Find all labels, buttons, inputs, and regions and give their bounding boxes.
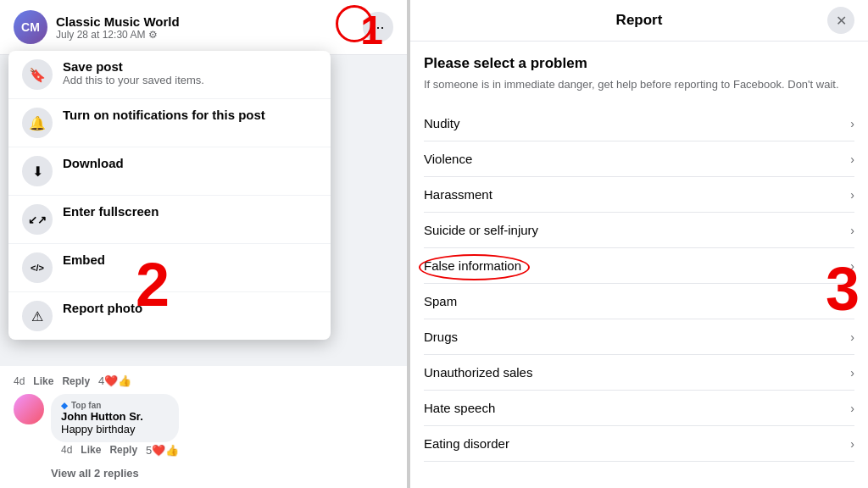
commenter-name: ◆ Top fan <box>61 401 169 410</box>
embed-text: Embed <box>63 252 105 267</box>
drugs-chevron: › <box>850 330 854 344</box>
hate-speech-chevron: › <box>850 402 854 415</box>
nudity-label: Nudity <box>424 116 460 130</box>
harassment-chevron: › <box>850 188 854 202</box>
drugs-label: Drugs <box>424 330 458 344</box>
report-option-unauthorized-sales[interactable]: Unauthorized sales › <box>424 355 854 391</box>
report-option-false-info[interactable]: False information › <box>424 248 854 284</box>
reply-btn-prev[interactable]: Reply <box>62 375 90 387</box>
comment-item: ◆ Top fan John Hutton Sr. Happy birthday… <box>14 394 393 457</box>
right-panel-wrapper: Report ✕ Please select a problem If some… <box>410 0 868 488</box>
report-text: Report photo <box>63 301 142 315</box>
embed-label: Embed <box>63 252 105 267</box>
suicide-label: Suicide or self-injury <box>424 223 538 237</box>
notifications-label: Turn on notifications for this post <box>63 108 265 122</box>
context-menu: 🔖 Save post Add this to your saved items… <box>8 51 331 340</box>
menu-item-notifications[interactable]: 🔔 Turn on notifications for this post <box>8 99 331 147</box>
report-header: Report ✕ <box>410 0 868 42</box>
download-text: Download <box>63 156 124 170</box>
page-name: Classic Music World <box>56 14 354 29</box>
report-subtitle: If someone is in immediate danger, get h… <box>424 77 854 92</box>
hate-speech-label: Hate speech <box>424 401 495 415</box>
save-post-icon: 🔖 <box>22 59 53 90</box>
violence-chevron: › <box>850 152 854 166</box>
report-title: Report <box>616 12 663 29</box>
report-prompt: Please select a problem <box>424 55 854 72</box>
report-option-drugs[interactable]: Drugs › <box>424 319 854 355</box>
spam-label: Spam <box>424 294 457 308</box>
report-option-suicide[interactable]: Suicide or self-injury › <box>424 213 854 248</box>
left-panel: CM Classic Music World July 28 at 12:30 … <box>0 0 407 488</box>
save-post-text: Save post Add this to your saved items. <box>63 59 204 86</box>
fullscreen-label: Enter fullscreen <box>63 204 159 219</box>
post-header: CM Classic Music World July 28 at 12:30 … <box>0 0 407 55</box>
notifications-text: Turn on notifications for this post <box>63 108 265 122</box>
view-replies-link[interactable]: View all 2 replies <box>51 467 393 480</box>
download-label: Download <box>63 156 124 170</box>
harassment-label: Harassment <box>424 187 492 202</box>
like-btn[interactable]: Like <box>81 444 101 457</box>
fullscreen-icon: ↙↗ <box>22 204 53 235</box>
commenter-fullname: John Hutton Sr. <box>61 410 169 423</box>
spam-chevron: › <box>850 295 854 308</box>
comment-body: ◆ Top fan John Hutton Sr. Happy birthday <box>51 394 179 442</box>
menu-item-download[interactable]: ⬇ Download <box>8 147 331 196</box>
menu-item-fullscreen[interactable]: ↙↗ Enter fullscreen <box>8 196 331 244</box>
report-dialog: Report ✕ Please select a problem If some… <box>410 0 868 488</box>
eating-disorder-label: Eating disorder <box>424 436 509 451</box>
page-avatar: CM <box>14 10 47 44</box>
report-option-spam[interactable]: Spam › <box>424 284 854 319</box>
report-label: Report photo <box>63 301 142 315</box>
post-info: Classic Music World July 28 at 12:30 AM … <box>56 14 354 41</box>
false-info-chevron: › <box>850 259 854 273</box>
three-dots-button[interactable]: ··· <box>363 12 393 42</box>
like-btn-prev[interactable]: Like <box>33 375 53 387</box>
fullscreen-text: Enter fullscreen <box>63 204 159 219</box>
suicide-chevron: › <box>850 224 854 237</box>
report-body: Please select a problem If someone is in… <box>410 42 868 475</box>
close-button[interactable]: ✕ <box>827 7 854 34</box>
comment-text: Happy birthday <box>61 423 169 435</box>
violence-label: Violence <box>424 152 472 166</box>
false-info-label: False information <box>424 258 521 273</box>
eating-disorder-chevron: › <box>850 437 854 451</box>
download-icon: ⬇ <box>22 156 53 186</box>
save-post-sublabel: Add this to your saved items. <box>63 74 204 86</box>
false-info-highlight: False information <box>424 258 521 273</box>
notifications-icon: 🔔 <box>22 108 53 138</box>
comment-meta: 4d Like Reply 5❤️👍 <box>51 442 179 457</box>
report-option-eating-disorder[interactable]: Eating disorder › <box>424 426 854 462</box>
report-option-hate-speech[interactable]: Hate speech › <box>424 391 854 426</box>
unauthorized-sales-label: Unauthorized sales <box>424 365 532 380</box>
post-meta: July 28 at 12:30 AM ⚙ <box>56 29 354 41</box>
gear-icon[interactable]: ⚙ <box>148 29 158 41</box>
report-option-violence[interactable]: Violence › <box>424 141 854 177</box>
embed-icon: </> <box>22 252 53 283</box>
menu-item-report-photo[interactable]: ⚠ Report photo <box>8 292 331 340</box>
reply-btn[interactable]: Reply <box>109 444 137 457</box>
save-post-label: Save post <box>63 59 204 74</box>
report-icon: ⚠ <box>22 301 53 331</box>
unauthorized-sales-chevron: › <box>850 366 854 380</box>
report-option-nudity[interactable]: Nudity › <box>424 106 854 141</box>
top-fan-label: Top fan <box>71 401 101 410</box>
menu-item-save-post[interactable]: 🔖 Save post Add this to your saved items… <box>8 51 331 99</box>
comments-area: 4d Like Reply 4❤️👍 ◆ Top fan John Hutton… <box>0 359 407 488</box>
report-option-harassment[interactable]: Harassment › <box>424 177 854 213</box>
nudity-chevron: › <box>850 117 854 130</box>
commenter-avatar <box>14 394 44 424</box>
comment-meta-prev: 4d Like Reply 4❤️👍 <box>14 374 393 387</box>
menu-item-embed[interactable]: </> Embed <box>8 244 331 292</box>
